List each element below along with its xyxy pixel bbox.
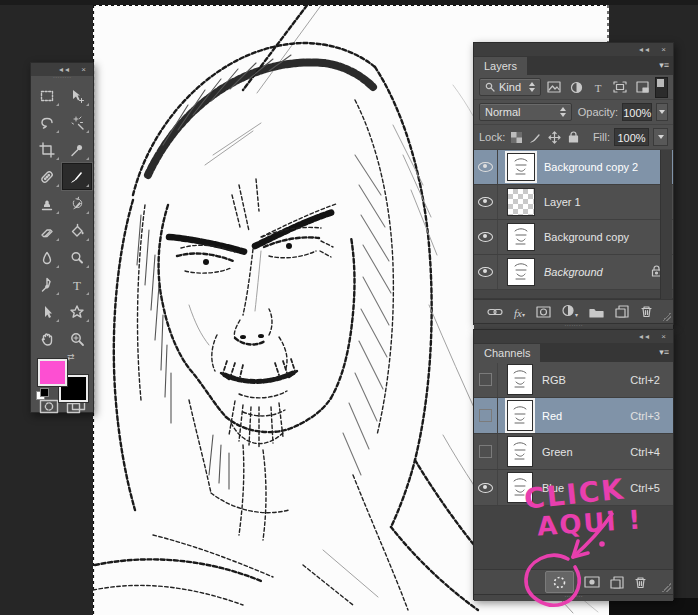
layer-style-button[interactable]: fx▾ [514,303,525,321]
tool-move[interactable] [62,82,92,109]
layer-row[interactable]: Background [474,255,673,290]
new-group-icon[interactable] [589,306,604,318]
tool-clone-stamp[interactable] [32,190,62,217]
channels-panel-titlebar: ◂◂ × [474,330,673,343]
channel-thumbnail[interactable] [507,364,533,395]
new-layer-icon[interactable] [615,305,629,318]
layer-name: Layer 1 [544,196,581,208]
filter-pixel-layers-button[interactable] [545,78,563,96]
layer-thumbnail[interactable] [507,153,535,181]
filter-toggle-switch[interactable] [655,77,668,98]
visibility-toggle[interactable] [474,185,498,219]
new-channel-icon[interactable] [610,576,624,589]
lock-image-pixels-button[interactable] [528,128,543,146]
tool-blur[interactable] [32,244,62,271]
foreground-color-swatch[interactable] [38,359,67,386]
opacity-value[interactable]: 100% [622,103,652,121]
panel-menu-icon[interactable]: ▾≡ [659,60,669,70]
channel-thumbnail[interactable] [507,400,533,431]
channel-thumbnail[interactable] [507,472,533,503]
tool-lasso[interactable] [32,109,62,136]
thumbnail-sketch [511,440,529,464]
tab-channels[interactable]: Channels [474,344,540,363]
default-colors-icon[interactable] [36,388,49,399]
tool-hand[interactable] [32,325,62,352]
tool-brush[interactable] [62,163,92,190]
save-selection-as-channel-icon[interactable] [584,576,600,588]
tool-paint-bucket[interactable] [62,217,92,244]
visibility-toggle[interactable] [474,434,498,469]
svg-text:T: T [73,277,81,292]
close-panel-icon[interactable]: × [661,332,668,341]
layer-thumbnail[interactable] [507,258,535,286]
channels-panel-resize-dots[interactable]: ········ [474,594,673,601]
tool-magic-wand[interactable] [62,109,92,136]
panel-resize-grip[interactable] [662,312,671,321]
visibility-toggle[interactable] [474,470,498,505]
fill-label: Fill: [593,131,610,143]
layer-thumbnail[interactable] [507,223,535,251]
layer-row[interactable]: Background copy 2 [474,150,673,185]
tool-dodge[interactable] [62,244,92,271]
panel-menu-icon[interactable]: ▾≡ [659,347,669,357]
thumbnail-sketch [511,476,529,500]
tool-history-brush[interactable] [62,190,92,217]
channel-row[interactable]: Green Ctrl+4 [474,434,673,470]
tool-crop[interactable] [32,136,62,163]
swap-colors-icon[interactable]: ⇄ [67,352,75,362]
layer-row[interactable]: Layer 1 [474,185,673,220]
pen-icon [39,277,55,293]
panel-resize-grip[interactable] [662,583,671,592]
channel-row[interactable]: RGB Ctrl+2 [474,362,673,398]
channel-row[interactable]: Blue Ctrl+5 [474,470,673,506]
channel-row[interactable]: Red Ctrl+3 [474,398,673,434]
filter-shape-layers-button[interactable] [611,78,629,96]
fill-value[interactable]: 100% [614,128,649,146]
collapse-panel-icon[interactable]: ◂◂ [639,45,651,54]
tool-zoom[interactable] [62,325,92,352]
adjustment-icon [570,81,583,94]
delete-layer-icon[interactable] [640,305,653,318]
load-channel-as-selection-button[interactable] [545,571,574,593]
opacity-dropdown-button[interactable] [656,103,668,121]
filter-type-layers-button[interactable]: T [589,78,607,96]
channel-thumbnail[interactable] [507,436,533,467]
filter-smart-objects-button[interactable] [633,78,651,96]
adjustment-icon [562,304,575,317]
lock-transparent-pixels-button[interactable] [509,128,524,146]
tool-rectangular-marquee[interactable] [32,82,62,109]
visibility-toggle[interactable] [474,220,498,254]
fill-dropdown-button[interactable] [653,128,668,146]
blend-mode-dropdown[interactable]: Normal [479,103,572,121]
tool-spot-healing-brush[interactable] [32,163,62,190]
layers-scrollbar[interactable] [660,150,672,299]
visibility-toggle[interactable] [474,362,498,397]
close-panel-icon[interactable]: × [81,65,88,74]
lock-position-button[interactable] [547,128,562,146]
layer-row[interactable]: Background copy [474,220,673,255]
type-icon: T [69,277,85,293]
collapse-panel-icon[interactable]: ◂◂ [59,65,71,74]
tool-eyedropper[interactable] [62,136,92,163]
filter-adjustment-layers-button[interactable] [567,78,585,96]
tool-type[interactable]: T [62,271,92,298]
tool-pen[interactable] [32,271,62,298]
lock-all-button[interactable] [566,128,581,146]
tool-custom-shape[interactable] [62,298,92,325]
tab-layers[interactable]: Layers [474,57,527,76]
quick-mask-button[interactable] [39,399,59,418]
link-layers-icon[interactable] [487,307,503,317]
layer-thumbnail[interactable] [507,188,535,216]
thumbnail-sketch [511,261,531,283]
visibility-toggle[interactable] [474,150,498,184]
collapse-panel-icon[interactable]: ◂◂ [639,332,651,341]
visibility-toggle[interactable] [474,398,498,433]
add-layer-mask-icon[interactable] [536,306,551,318]
new-adjustment-layer-button[interactable]: ▾ [562,303,578,321]
filter-kind-dropdown[interactable]: Kind [479,78,541,96]
tool-path-selection[interactable] [32,298,62,325]
close-panel-icon[interactable]: × [661,45,668,54]
visibility-toggle[interactable] [474,255,498,289]
tool-eraser[interactable] [32,217,62,244]
delete-channel-icon[interactable] [634,576,647,589]
